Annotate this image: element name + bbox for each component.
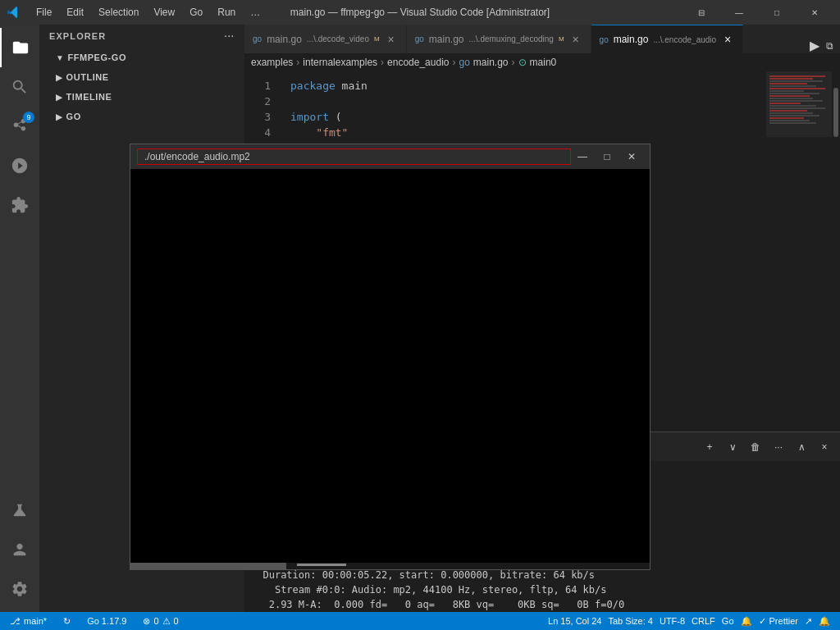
status-branch[interactable]: ⎇ main*: [7, 612, 50, 630]
media-maximize-button[interactable]: □: [596, 148, 619, 166]
editor-breadcrumb-bar: examples › internalexamples › encode_aud…: [244, 53, 840, 71]
tab-bar: go main.go ...\.decode_video M × go main…: [244, 25, 840, 53]
menu-run[interactable]: Run: [211, 5, 242, 20]
activity-settings[interactable]: [0, 569, 39, 609]
breadcrumb-internalexamples[interactable]: internalexamples: [303, 57, 377, 68]
go-file-icon-3: go: [600, 35, 609, 44]
sidebar-section-header-ffmpeg[interactable]: ▼ FFMPEG-GO: [39, 49, 244, 66]
code-line-4: "fmt": [290, 125, 766, 140]
media-progress-bar[interactable]: [130, 563, 650, 569]
activity-account[interactable]: [0, 530, 39, 569]
go-version-label: Go 1.17.9: [87, 616, 126, 626]
layout-icon[interactable]: ⊟: [682, 0, 720, 25]
breadcrumb-main0[interactable]: main0: [530, 57, 557, 68]
split-editor-icon[interactable]: ⧉: [826, 40, 833, 52]
activity-bar: 9: [0, 25, 39, 612]
sidebar-section-header-outline[interactable]: ▶ OUTLINE: [39, 69, 244, 85]
sidebar-more-icon[interactable]: ···: [225, 31, 235, 41]
window-title: main.go — ffmpeg-go — Visual Studio Code…: [290, 7, 550, 18]
status-position[interactable]: Ln 15, Col 24: [545, 616, 605, 626]
minimap: [766, 71, 832, 431]
tab-3-label: main.go: [614, 34, 649, 45]
tab-1[interactable]: go main.go ...\.decode_video M ×: [244, 25, 407, 53]
media-minimize-button[interactable]: —: [571, 148, 594, 166]
breadcrumb-main-go[interactable]: main.go: [473, 57, 509, 68]
go-file-icon: go: [253, 34, 262, 43]
status-feedback-icon[interactable]: ↗: [801, 616, 815, 627]
media-close-button[interactable]: ✕: [620, 148, 643, 166]
git-branch-icon: ⎇: [10, 616, 21, 627]
menu-file[interactable]: File: [30, 5, 58, 20]
status-go-version[interactable]: Go 1.17.9: [84, 612, 130, 630]
media-window-controls: — □ ✕: [571, 148, 643, 166]
menu-edit[interactable]: Edit: [60, 5, 90, 20]
tab-2-close[interactable]: ×: [569, 33, 582, 46]
tab-3[interactable]: go main.go ...\.encode_audio ×: [591, 25, 744, 53]
status-errors[interactable]: ⊗ 0 ⚠ 0: [139, 612, 181, 630]
run-icon[interactable]: ▶: [810, 38, 819, 53]
breadcrumb-encode_audio[interactable]: encode_audio: [387, 57, 449, 68]
status-sync[interactable]: ↻: [60, 612, 74, 630]
terminal-add-btn[interactable]: +: [701, 438, 719, 456]
activity-search[interactable]: [0, 67, 39, 107]
close-button[interactable]: ✕: [796, 0, 833, 25]
activity-run[interactable]: [0, 146, 39, 185]
breadcrumb-func-icon: ⊙: [518, 57, 527, 68]
status-tab-size[interactable]: Tab Size: 4: [605, 616, 656, 626]
line-num-1: 1: [251, 78, 271, 94]
terminal-trash-btn[interactable]: 🗑: [746, 438, 765, 456]
prettier-checkmark: ✓: [759, 616, 766, 627]
error-count: 0: [153, 616, 158, 626]
vertical-scrollbar[interactable]: [832, 71, 840, 431]
status-language[interactable]: Go: [719, 616, 737, 626]
source-control-badge: 9: [23, 112, 34, 123]
maximize-button[interactable]: □: [758, 0, 796, 25]
terminal-collapse-btn[interactable]: ∧: [792, 438, 810, 456]
status-bell-icon[interactable]: 🔔: [737, 616, 756, 627]
chevron-right-icon-3: ▶: [56, 112, 63, 121]
status-ln-col: Ln 15, Col 24: [548, 616, 601, 626]
status-encoding[interactable]: UTF-8: [656, 616, 688, 626]
media-player-screen: [130, 169, 650, 563]
terminal-dropdown-btn[interactable]: ∨: [724, 438, 742, 456]
breadcrumb-sep-2: ›: [381, 57, 384, 68]
minimize-button[interactable]: —: [720, 0, 758, 25]
title-bar-menus: File Edit Selection View Go Run …: [30, 5, 267, 20]
status-notification-icon[interactable]: 🔔: [815, 616, 833, 627]
sidebar-section-header-go[interactable]: ▶ GO: [39, 108, 244, 125]
title-bar-left: File Edit Selection View Go Run …: [7, 5, 267, 20]
menu-more[interactable]: …: [244, 5, 267, 20]
tab-1-close[interactable]: ×: [385, 33, 398, 46]
sidebar-section-header-timeline[interactable]: ▶ TIMELINE: [39, 89, 244, 105]
activity-source-control[interactable]: 9: [0, 107, 39, 146]
terminal-line-10: Stream #0:0: Audio: mp2, 44100 Hz, stere…: [251, 582, 833, 597]
menu-selection[interactable]: Selection: [92, 5, 145, 20]
scrollbar-thumb[interactable]: [833, 88, 838, 137]
menu-view[interactable]: View: [147, 5, 181, 20]
line-num-4: 4: [251, 125, 271, 140]
activity-bar-bottom: [0, 491, 39, 612]
terminal-toolbar: + ∨ 🗑 ··· ∧ ×: [701, 438, 833, 456]
status-prettier[interactable]: ✓ Prettier: [756, 616, 801, 627]
tab-2[interactable]: go main.go ...\.demuxing_decoding M ×: [407, 25, 591, 53]
vscode-icon: [7, 6, 20, 19]
activity-extensions[interactable]: [0, 185, 39, 225]
sidebar-section-label-ffmpeg: FFMPEG-GO: [67, 52, 126, 62]
sidebar-header: EXPLORER ···: [39, 25, 244, 48]
terminal-close-btn[interactable]: ×: [815, 438, 833, 456]
sidebar-section-label-timeline: TIMELINE: [66, 92, 112, 102]
menu-go[interactable]: Go: [183, 5, 209, 20]
sidebar-section-go: ▶ GO: [39, 107, 244, 126]
tab-3-close[interactable]: ×: [721, 33, 734, 46]
title-bar: File Edit Selection View Go Run … main.g…: [0, 0, 840, 25]
terminal-more-btn[interactable]: ···: [769, 438, 788, 456]
tab-2-label: main.go: [429, 34, 464, 45]
chevron-right-icon: ▶: [56, 73, 63, 82]
status-line-ending[interactable]: CRLF: [688, 616, 719, 626]
code-line-1: package main: [290, 78, 766, 94]
breadcrumb-examples[interactable]: examples: [251, 57, 293, 68]
line-num-3: 3: [251, 109, 271, 125]
activity-explorer[interactable]: [0, 28, 39, 67]
tab-size-label: Tab Size: 4: [609, 616, 653, 626]
activity-testing[interactable]: [0, 491, 39, 530]
